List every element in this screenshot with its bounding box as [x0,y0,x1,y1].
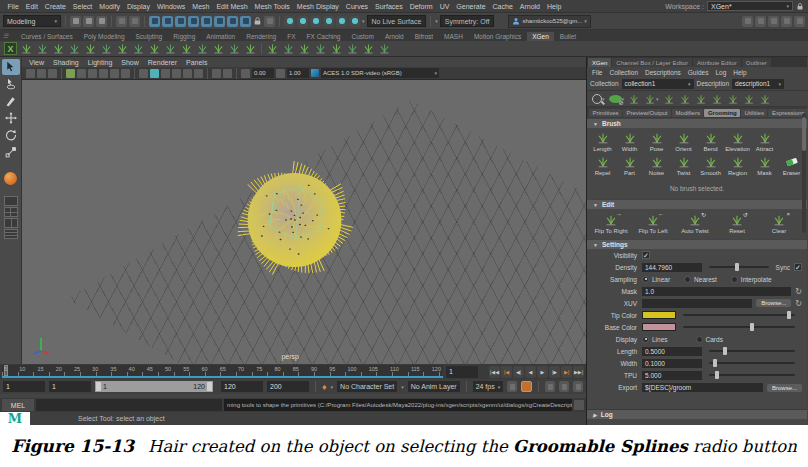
shelf-tab[interactable]: XGen [527,32,554,41]
edit-button[interactable]: ← Flip To Left [633,212,673,234]
playback-loop-icon[interactable] [507,381,517,392]
go-to-start-button[interactable]: |◀◀ [489,366,500,378]
menu-item[interactable]: Mesh Tools [251,3,293,10]
snap-magnet-view-icon[interactable] [336,16,347,27]
wireframe-icon[interactable] [139,69,148,78]
snap-to-points-icon[interactable] [214,16,225,27]
anim-snap-icon[interactable] [573,381,583,392]
xgen-menu-item[interactable]: Descriptions [645,69,681,76]
gamma-icon[interactable] [276,69,285,78]
lock-selection-icon[interactable] [253,16,262,26]
settings-section-header[interactable]: ▼Settings [587,239,807,249]
snap-magnet-projected-icon[interactable] [323,16,334,27]
shelf-tab[interactable]: Curves / Surfaces [16,32,78,41]
panel-menu-item[interactable]: Lighting [88,59,113,66]
collection-select[interactable]: collection1▾ [622,79,694,89]
menu-set-select[interactable]: Modeling▾ [3,15,61,27]
base-color-swatch[interactable] [642,323,676,331]
density-slider[interactable] [709,266,769,268]
brush-button[interactable]: Mask [751,154,778,176]
width-slider[interactable] [709,362,795,364]
xgen-preview-icon[interactable]: ▾ [592,94,605,104]
sampling-interpolate-radio[interactable] [731,276,738,283]
brush-button[interactable]: Width [616,130,643,152]
tool-settings-icon[interactable] [794,16,805,27]
xgen-igs-shelf-icon[interactable] [281,42,296,56]
xgen-subtab[interactable]: Preview/Output [623,109,671,117]
create-description-icon[interactable] [628,93,640,105]
field-chart-icon[interactable] [121,69,130,78]
script-editor-icon[interactable] [574,400,584,410]
lights-icon[interactable] [172,69,181,78]
shaded-icon[interactable] [150,69,159,78]
shelf-tab[interactable]: Custom [346,32,378,41]
playback-end-field[interactable]: 120 [221,381,263,392]
new-scene-icon[interactable] [70,16,81,27]
shelf-tab[interactable]: Poly Modeling [79,32,130,41]
channel-box-icon[interactable] [768,16,779,27]
brush-button[interactable]: Eraser [778,154,805,176]
viewport-canvas[interactable]: persp [22,80,586,364]
auto-keyframe-icon[interactable]: ♦ [322,382,327,392]
xgen-subtab[interactable]: Utilities [741,109,767,117]
snap-magnet-curve-icon[interactable] [297,16,308,27]
select-by-component-icon[interactable] [175,16,186,27]
brush-button[interactable]: Attract [751,130,778,152]
xuv-refresh-icon[interactable]: ↻ [795,299,802,308]
menu-item[interactable]: Surfaces [372,3,407,10]
menu-item[interactable]: Select [69,3,95,10]
scale-tool[interactable] [2,144,20,160]
xgen-igs-shelf-icon[interactable] [329,42,344,56]
workspace-select[interactable]: XGen*▾ [707,1,793,11]
brush-button[interactable]: Pose [643,130,670,152]
toggle-primitives-icon[interactable] [679,93,691,105]
move-description-icon[interactable]: ▾ [644,93,659,105]
lock-primitives-icon[interactable] [695,93,707,105]
xray-icon[interactable] [212,69,221,78]
edit-button[interactable]: → Flip To Right [591,212,631,234]
save-scene-icon[interactable] [96,16,107,27]
step-forward-button[interactable]: |▶ [549,366,560,378]
menu-item[interactable]: Mesh [189,3,213,10]
menu-item[interactable]: Create [41,3,69,10]
xgen-shelf-icon[interactable] [83,42,98,56]
panel-menu-item[interactable]: Show [121,59,139,66]
xgen-menu-item[interactable]: Log [715,69,726,76]
xgen-shelf-icon[interactable] [211,42,226,56]
mute-audio-icon[interactable] [545,381,555,392]
menu-item[interactable]: Cache [489,3,516,10]
animation-end-field[interactable]: 200 [267,381,309,392]
base-color-slider[interactable] [683,326,795,328]
shelf-tab[interactable]: Rigging [168,32,200,41]
description-select[interactable]: description1▾ [732,79,784,89]
snap-magnet-point-icon[interactable] [310,16,321,27]
xgen-update-preview-icon[interactable]: ▾ [609,95,625,103]
sampling-nearest-radio[interactable] [684,276,691,283]
menu-item[interactable]: Curves [342,3,371,10]
character-set-select[interactable]: No Character Set [337,381,397,392]
shelf-menu-icon[interactable]: ☰ [3,32,8,39]
mask-refresh-icon[interactable]: ↻ [795,287,802,296]
menu-item[interactable]: Arnold [516,3,543,10]
menu-item[interactable]: Deform [406,3,436,10]
animation-preferences-icon[interactable] [521,381,532,392]
make-live-icon[interactable] [240,16,251,27]
lock-camera-icon[interactable] [37,69,46,78]
camera-attributes-icon[interactable] [48,69,57,78]
layout-four-pane-button[interactable] [4,207,18,217]
edit-section-header[interactable]: ▼Edit [587,199,807,209]
width-field[interactable]: 0.1000 [642,359,702,368]
image-plane-icon[interactable] [77,69,86,78]
xgen-shelf-icon[interactable] [99,42,114,56]
panel-menu-item[interactable]: Renderer [148,59,177,66]
panel-scrollbar[interactable] [802,113,806,233]
xgen-shelf-icon[interactable] [51,42,66,56]
edit-button[interactable]: ↻ Auto Twist [675,212,715,234]
play-backwards-button[interactable]: ◀ [525,366,536,378]
density-field[interactable]: 144.7960 [642,263,702,272]
play-forwards-button[interactable]: ▶ [537,366,548,378]
menu-item[interactable]: Edit Mesh [213,3,251,10]
export-browse-button[interactable]: Browse... [767,384,802,392]
gate-mask-icon[interactable] [110,69,119,78]
xgen-shelf-icon[interactable] [115,42,130,56]
